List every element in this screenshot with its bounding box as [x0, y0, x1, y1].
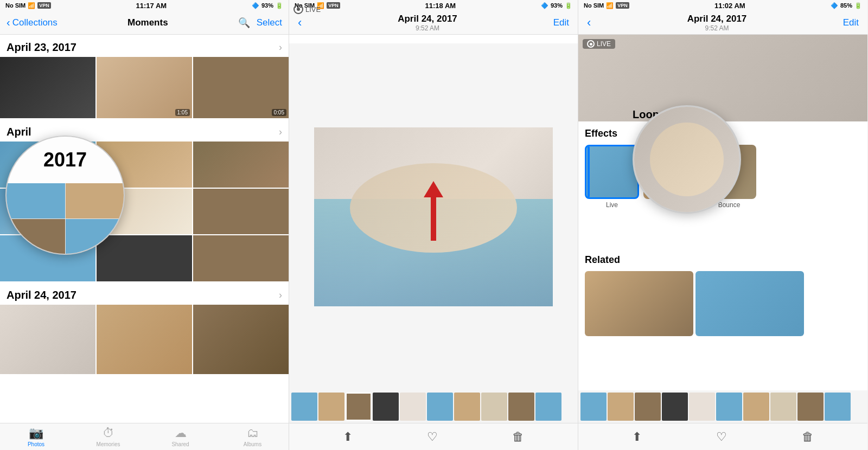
back-icon-1[interactable]: ‹: [7, 16, 10, 29]
panel-3: No SIM 📶 VPN 11:02 AM 🔷 85% 🔋 ‹ April 24…: [578, 0, 867, 450]
live-text-3: LIVE: [597, 40, 611, 48]
related-thumb-1[interactable]: [585, 271, 693, 336]
effect-thumb-live[interactable]: [585, 145, 639, 199]
trash-icon-3[interactable]: 🗑: [802, 430, 814, 444]
film-cell-3-10[interactable]: [825, 393, 851, 421]
chevron-3[interactable]: ›: [279, 290, 282, 301]
film-cell-2-6[interactable]: [427, 393, 453, 421]
film-cell-2-10[interactable]: [535, 393, 561, 421]
film-cell-3-2[interactable]: [608, 393, 634, 421]
photo-cell-1b[interactable]: 1:05: [97, 57, 192, 118]
tab-memories-1[interactable]: ⏱ Memories: [72, 426, 144, 447]
search-icon-1[interactable]: 🔍: [238, 17, 250, 29]
film-cell-3-9[interactable]: [797, 393, 824, 421]
film-cell-2-2[interactable]: [318, 393, 344, 421]
chevron-1[interactable]: ›: [279, 42, 282, 53]
photo-cell-1a[interactable]: [0, 57, 95, 118]
photo-grid-3[interactable]: [0, 305, 289, 375]
photos-label-1: Photos: [28, 441, 44, 447]
photo-cell-3b[interactable]: [97, 305, 192, 374]
tab-shared-1[interactable]: ☁ Shared: [144, 426, 216, 447]
wifi-icon-1: 📶: [28, 2, 35, 9]
film-cell-3-8[interactable]: [770, 393, 796, 421]
film-cell-3-7[interactable]: [743, 393, 769, 421]
edit-button-2[interactable]: Edit: [553, 17, 569, 28]
nav-center-3: April 24, 2017 9:52 AM: [687, 14, 747, 32]
film-cell-2-9[interactable]: [508, 393, 534, 421]
status-bar-2: No SIM 📶 VPN 11:18 AM 🔷 93% 🔋: [289, 0, 578, 11]
nav-left-1: ‹ Collections: [7, 16, 58, 29]
related-thumb-2[interactable]: [695, 271, 804, 336]
heart-icon-2[interactable]: ♡: [427, 430, 438, 444]
albums-icon-1: 🗂: [247, 426, 259, 440]
live-dot-2: [297, 8, 300, 11]
cat-cell-9[interactable]: [193, 235, 289, 281]
section-header-1: April 23, 2017 ›: [0, 35, 289, 57]
live-text-2: LIVE: [305, 5, 321, 14]
top-photo-3[interactable]: LIVE: [578, 35, 867, 121]
back-icon-3[interactable]: ‹: [587, 16, 591, 30]
film-cell-3-4[interactable]: [662, 393, 688, 421]
photo-viewer-2[interactable]: [289, 43, 578, 390]
film-cell-3-5[interactable]: [689, 393, 715, 421]
film-cell-3-1[interactable]: [580, 393, 607, 421]
film-cell-3-3[interactable]: [635, 393, 661, 421]
panel1-content: April 23, 2017 › 1:05 0:05 April ›: [0, 35, 289, 423]
photo-cell-3c[interactable]: [193, 305, 289, 374]
photo-cell-1c[interactable]: 0:05: [193, 57, 289, 118]
tab-albums-1[interactable]: 🗂 Albums: [216, 426, 289, 447]
panel-2: No SIM 📶 VPN 11:18 AM 🔷 93% 🔋 ‹ April 24…: [289, 0, 578, 450]
film-cell-2-8[interactable]: [481, 393, 507, 421]
film-cell-2-7[interactable]: [454, 393, 480, 421]
nav-right-1: 🔍 Select: [238, 17, 282, 29]
time-3: 11:02 AM: [714, 2, 745, 10]
effect-label-live: Live: [606, 201, 618, 209]
related-section-3: Related: [578, 248, 867, 343]
status-right-3: 🔷 85% 🔋: [831, 2, 862, 9]
carrier-3: No SIM: [584, 2, 604, 9]
albums-label-1: Albums: [244, 441, 261, 447]
film-cell-3-6[interactable]: [716, 393, 742, 421]
cat-cell-3[interactable]: [193, 142, 289, 188]
tab-photos-1[interactable]: 📷 Photos: [0, 426, 72, 447]
heart-icon-3[interactable]: ♡: [716, 430, 727, 444]
film-cell-2-3[interactable]: [346, 393, 372, 421]
film-cell-2-1[interactable]: [291, 393, 317, 421]
nav-bar-1: ‹ Collections Moments 🔍 Select: [0, 11, 289, 35]
select-button-1[interactable]: Select: [257, 17, 282, 28]
film-cell-2-4[interactable]: [373, 393, 399, 421]
live-circle-3: [587, 40, 595, 48]
cat-cell-6[interactable]: [193, 189, 289, 235]
status-bar-1: No SIM 📶 VPN 11:17 AM 🔷 93% 🔋: [0, 0, 289, 11]
film-cell-2-5[interactable]: [400, 393, 426, 421]
arrow-up-2: [424, 181, 443, 197]
status-left-1: No SIM 📶 VPN: [5, 2, 51, 9]
section-date-3: April 24, 2017: [7, 289, 76, 301]
bluetooth-icon-3: 🔷: [831, 2, 838, 9]
trash-icon-2[interactable]: 🗑: [512, 430, 524, 444]
photo-cell-3a[interactable]: [0, 305, 95, 374]
related-row-3: [585, 271, 861, 336]
collections-link[interactable]: Collections: [12, 17, 58, 28]
filmstrip-2[interactable]: [289, 390, 578, 423]
bluetooth-icon-1: 🔷: [252, 2, 259, 9]
magnifier-year: 2017: [43, 149, 87, 171]
arrow-overlay-2: [424, 181, 443, 241]
magnifier-pet-3: [650, 123, 724, 196]
back-icon-2[interactable]: ‹: [298, 16, 302, 30]
photo-grid-1[interactable]: 1:05 0:05: [0, 57, 289, 119]
vpn-badge-2: VPN: [327, 2, 340, 9]
edit-button-3[interactable]: Edit: [843, 17, 859, 28]
video-duration-1b: 1:05: [175, 109, 190, 116]
share-icon-2[interactable]: ⬆: [343, 430, 353, 444]
share-icon-3[interactable]: ⬆: [632, 430, 642, 444]
chevron-2[interactable]: ›: [279, 126, 282, 138]
main-photo-2[interactable]: [314, 127, 553, 306]
time-2: 11:18 AM: [425, 2, 456, 10]
filmstrip-3[interactable]: [578, 390, 867, 423]
battery-icon-3: 🔋: [854, 2, 862, 9]
carrier-1: No SIM: [5, 2, 25, 9]
live-badge-2: LIVE: [293, 4, 321, 14]
effect-live[interactable]: Live: [585, 145, 639, 209]
nav-title-1: Moments: [127, 17, 168, 28]
